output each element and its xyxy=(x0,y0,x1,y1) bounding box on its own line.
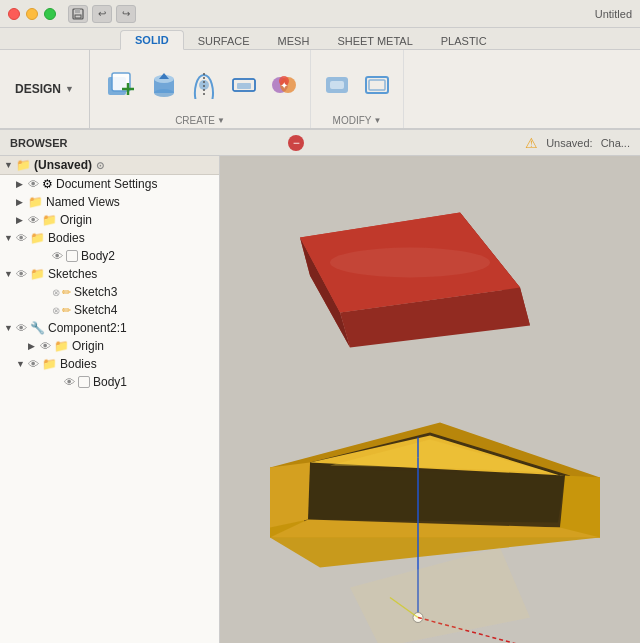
ribbon-tabs: SOLID SURFACE MESH SHEET METAL PLASTIC xyxy=(0,28,640,50)
tree-item-bodies[interactable]: 👁 📁 Bodies xyxy=(0,229,219,247)
tree-item-sketch3[interactable]: ⊗ ✏ Sketch3 xyxy=(0,283,219,301)
content-area: 📁 (Unsaved) ⊙ 👁 ⚙ Document Settings 📁 Na… xyxy=(0,156,640,643)
root-label: (Unsaved) xyxy=(34,158,92,172)
tree-item-origin2[interactable]: 👁 📁 Origin xyxy=(0,337,219,355)
combine-tool[interactable]: ✦ xyxy=(266,65,302,105)
bodies2-label: Bodies xyxy=(60,357,97,371)
sketch3-visibility: ⊗ xyxy=(52,287,60,298)
design-button[interactable]: DESIGN ▼ xyxy=(0,50,90,128)
sketch4-icon: ✏ xyxy=(62,304,71,317)
svg-text:✦: ✦ xyxy=(280,80,288,91)
named-views-folder-icon: 📁 xyxy=(28,195,43,209)
tree-item-sketch4[interactable]: ⊗ ✏ Sketch4 xyxy=(0,301,219,319)
svg-point-31 xyxy=(330,248,490,278)
create-group: ✦ CREATE ▼ xyxy=(90,50,311,128)
collapse-browser-button[interactable]: − xyxy=(288,135,304,151)
doc-settings-arrow xyxy=(16,179,28,189)
named-views-arrow xyxy=(16,197,28,207)
new-component-tool[interactable] xyxy=(98,59,142,111)
component21-label: Component2:1 xyxy=(48,321,127,335)
origin-folder-icon: 📁 xyxy=(42,213,57,227)
close-button[interactable] xyxy=(8,8,20,20)
ribbon-toolbar: DESIGN ▼ xyxy=(0,50,640,130)
bodies2-folder-icon: 📁 xyxy=(42,357,57,371)
tree-item-origin[interactable]: 👁 📁 Origin xyxy=(0,211,219,229)
sketch4-visibility: ⊗ xyxy=(52,305,60,316)
window-controls[interactable] xyxy=(8,8,56,20)
more-tools-group: MODIFY ▼ xyxy=(311,50,404,128)
tree-item-body2[interactable]: 👁 Body2 xyxy=(0,247,219,265)
svg-marker-40 xyxy=(560,476,600,538)
svg-rect-1 xyxy=(75,9,80,13)
unsaved-label: Unsaved: xyxy=(546,137,592,149)
window-title: Untitled xyxy=(595,8,632,20)
body2-icon xyxy=(66,250,78,262)
fillet-tool[interactable] xyxy=(319,65,355,105)
doc-settings-gear-icon: ⚙ xyxy=(42,177,53,191)
bodies-label: Bodies xyxy=(48,231,85,245)
origin2-visibility: 👁 xyxy=(40,340,51,352)
create-label: CREATE ▼ xyxy=(175,115,225,126)
revolve-tool[interactable] xyxy=(186,65,222,105)
body2-visibility: 👁 xyxy=(52,250,63,262)
svg-rect-21 xyxy=(330,81,344,89)
create-tools: ✦ xyxy=(98,56,302,113)
nav-controls[interactable]: ↩ ↪ xyxy=(68,5,136,23)
redo-button[interactable]: ↪ xyxy=(116,5,136,23)
browser-panel: 📁 (Unsaved) ⊙ 👁 ⚙ Document Settings 📁 Na… xyxy=(0,156,220,643)
maximize-button[interactable] xyxy=(44,8,56,20)
tab-solid[interactable]: SOLID xyxy=(120,30,184,50)
component21-arrow xyxy=(4,323,16,333)
body1-visibility: 👁 xyxy=(64,376,75,388)
svg-rect-23 xyxy=(369,80,385,90)
sweep-tool[interactable] xyxy=(226,65,262,105)
origin-visibility: 👁 xyxy=(28,214,39,226)
body1-label: Body1 xyxy=(93,375,127,389)
title-bar: ↩ ↪ Untitled xyxy=(0,0,640,28)
minimize-button[interactable] xyxy=(26,8,38,20)
tree-item-body1[interactable]: 👁 Body1 xyxy=(0,373,219,391)
origin2-folder-icon: 📁 xyxy=(54,339,69,353)
bodies-arrow xyxy=(4,233,16,243)
extrude-tool[interactable] xyxy=(146,65,182,105)
tree-item-named-views[interactable]: 📁 Named Views xyxy=(0,193,219,211)
bodies2-arrow xyxy=(16,359,28,369)
modify-label: MODIFY ▼ xyxy=(333,115,382,126)
sketches-arrow xyxy=(4,269,16,279)
origin-arrow xyxy=(16,215,28,225)
body1-icon xyxy=(78,376,90,388)
warning-icon: ⚠ xyxy=(525,135,538,151)
bodies-folder-icon: 📁 xyxy=(30,231,45,245)
doc-settings-visibility: 👁 xyxy=(28,178,39,190)
sketches-label: Sketches xyxy=(48,267,97,281)
save-icon[interactable] xyxy=(68,5,88,23)
tab-plastic[interactable]: PLASTIC xyxy=(427,32,501,50)
doc-settings-label: Document Settings xyxy=(56,177,157,191)
root-arrow xyxy=(4,160,16,170)
component21-visibility: 👁 xyxy=(16,322,27,334)
svg-rect-14 xyxy=(237,83,251,89)
sketch4-label: Sketch4 xyxy=(74,303,117,317)
component21-icon: 🔧 xyxy=(30,321,45,335)
tab-sheet-metal[interactable]: SHEET METAL xyxy=(323,32,426,50)
more-tools xyxy=(319,56,395,113)
origin2-arrow xyxy=(28,341,40,351)
tree-item-doc-settings[interactable]: 👁 ⚙ Document Settings xyxy=(0,175,219,193)
root-folder-icon: 📁 xyxy=(16,158,31,172)
undo-button[interactable]: ↩ xyxy=(92,5,112,23)
tree-item-component21[interactable]: 👁 🔧 Component2:1 xyxy=(0,319,219,337)
design-arrow: ▼ xyxy=(65,84,74,94)
tree-root[interactable]: 📁 (Unsaved) ⊙ xyxy=(0,156,219,175)
viewport[interactable] xyxy=(220,156,640,643)
tree-item-sketches[interactable]: 👁 📁 Sketches xyxy=(0,265,219,283)
tab-surface[interactable]: SURFACE xyxy=(184,32,264,50)
sketch3-label: Sketch3 xyxy=(74,285,117,299)
tree-item-bodies2[interactable]: 👁 📁 Bodies xyxy=(0,355,219,373)
sketches-folder-icon: 📁 xyxy=(30,267,45,281)
origin-label: Origin xyxy=(60,213,92,227)
svg-marker-38 xyxy=(270,463,310,528)
origin2-label: Origin xyxy=(72,339,104,353)
tab-mesh[interactable]: MESH xyxy=(264,32,324,50)
shell-tool[interactable] xyxy=(359,65,395,105)
browser-label: BROWSER xyxy=(10,137,67,149)
